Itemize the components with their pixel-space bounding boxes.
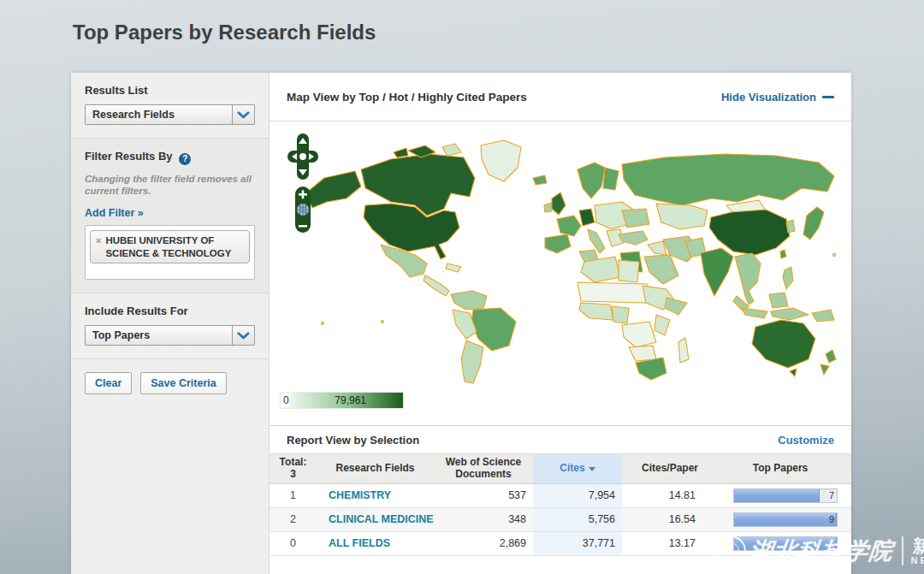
map-view[interactable]: 0 79,961 — [270, 121, 851, 425]
include-results-dropdown[interactable]: Top Papers — [85, 325, 255, 346]
save-criteria-button[interactable]: Save Criteria — [140, 372, 226, 394]
map-view-title: Map View by Top / Hot / Highly Cited Pap… — [287, 91, 527, 104]
watermark-news-cn: 新闻 — [913, 536, 924, 555]
legend-min: 0 — [283, 394, 289, 406]
page-title: Top Papers by Research Fields — [73, 21, 376, 44]
table-header-row: Total: 3 Research Fields Web of Science … — [270, 453, 851, 484]
column-header-top-papers[interactable]: Top Papers — [718, 454, 843, 483]
column-header-wos-documents[interactable]: Web of Science Documents — [434, 454, 533, 483]
add-filter-link[interactable]: Add Filter » — [85, 207, 144, 219]
news-watermark: 湖北科技学院 新闻 NEWS — [715, 529, 921, 573]
total-count: 3 — [290, 469, 296, 481]
sort-desc-arrow-icon — [589, 467, 595, 471]
top-papers-value: 9 — [829, 514, 834, 524]
results-list-section: Results List Research Fields — [71, 73, 269, 139]
university-seal-icon — [715, 536, 746, 566]
column-header-cites-per-paper[interactable]: Cites/Paper — [622, 454, 718, 483]
cites-value: 7,954 — [533, 484, 622, 507]
filter-results-label: Filter Results By — [85, 150, 173, 163]
remove-filter-icon[interactable]: × — [96, 234, 101, 247]
minus-icon — [822, 96, 834, 98]
customize-link[interactable]: Customize — [778, 434, 834, 447]
documents-value: 348 — [434, 513, 533, 525]
legend-max: 79,961 — [335, 394, 366, 406]
sidebar: Results List Research Fields Filter Resu… — [71, 73, 270, 574]
world-choropleth-map[interactable] — [280, 127, 844, 388]
filter-section: Filter Results By ? Changing the filter … — [71, 139, 269, 293]
chevron-down-icon[interactable] — [232, 105, 254, 124]
map-controls — [287, 133, 319, 238]
help-question-icon[interactable]: ? — [179, 153, 191, 165]
column-header-research-fields[interactable]: Research Fields — [317, 454, 434, 483]
main-panel: Map View by Top / Hot / Highly Cited Pap… — [270, 73, 851, 574]
total-header: Total: 3 — [270, 454, 317, 483]
results-list-label: Results List — [85, 84, 255, 97]
documents-value: 2,869 — [434, 537, 533, 549]
include-results-label: Include Results For — [85, 305, 255, 317]
report-view-title: Report View by Selection — [287, 434, 419, 447]
top-papers-value: 7 — [829, 490, 834, 500]
watermark-divider — [902, 536, 903, 565]
field-link[interactable]: ALL FIELDS — [317, 537, 434, 549]
zoom-pill — [295, 186, 311, 233]
results-list-dropdown[interactable]: Research Fields — [85, 104, 255, 125]
filter-note: Changing the filter field removes all cu… — [85, 173, 255, 198]
field-link[interactable]: CLINICAL MEDICINE — [317, 513, 434, 525]
pan-cross-icon — [287, 133, 318, 180]
top-papers-bar: 7 — [733, 488, 838, 503]
cites-per-paper-value: 16.54 — [622, 513, 718, 525]
cites-per-paper-value: 14.81 — [622, 489, 718, 501]
cites-value: 5,756 — [533, 508, 622, 531]
content-container: Results List Research Fields Filter Resu… — [71, 73, 851, 574]
hide-visualization-link[interactable]: Hide Visualization — [721, 91, 834, 104]
watermark-org-name: 湖北科技学院 — [748, 536, 895, 566]
chevron-down-icon[interactable] — [232, 326, 254, 345]
cites-value: 37,771 — [533, 532, 622, 555]
map-header: Map View by Top / Hot / Highly Cited Pap… — [270, 73, 851, 121]
results-list-selected: Research Fields — [86, 109, 232, 121]
top-papers-bar: 9 — [733, 512, 838, 527]
column-header-cites-sorted[interactable]: Cites — [533, 454, 622, 483]
filter-tag-label: HUBEI UNIVERSITY OF SCIENCE & TECHNOLOGY — [105, 234, 244, 259]
rank-cell: 0 — [270, 537, 317, 549]
active-filters-box: × HUBEI UNIVERSITY OF SCIENCE & TECHNOLO… — [85, 225, 255, 280]
rank-cell: 2 — [270, 513, 317, 525]
report-header: Report View by Selection Customize — [270, 425, 851, 453]
include-results-section: Include Results For Top Papers — [71, 293, 269, 359]
include-results-selected: Top Papers — [86, 329, 232, 341]
rank-cell: 1 — [270, 489, 317, 501]
table-row: 1 CHEMISTRY 537 7,954 14.81 7 — [270, 484, 851, 508]
watermark-news-en: NEWS — [911, 555, 924, 565]
cites-per-paper-value: 13.17 — [622, 537, 718, 549]
filter-tag[interactable]: × HUBEI UNIVERSITY OF SCIENCE & TECHNOLO… — [90, 230, 250, 263]
clear-button[interactable]: Clear — [85, 372, 132, 394]
field-link[interactable]: CHEMISTRY — [317, 489, 434, 501]
sidebar-buttons: Clear Save Criteria — [71, 359, 269, 407]
documents-value: 537 — [434, 489, 533, 501]
map-legend: 0 79,961 — [280, 392, 404, 409]
